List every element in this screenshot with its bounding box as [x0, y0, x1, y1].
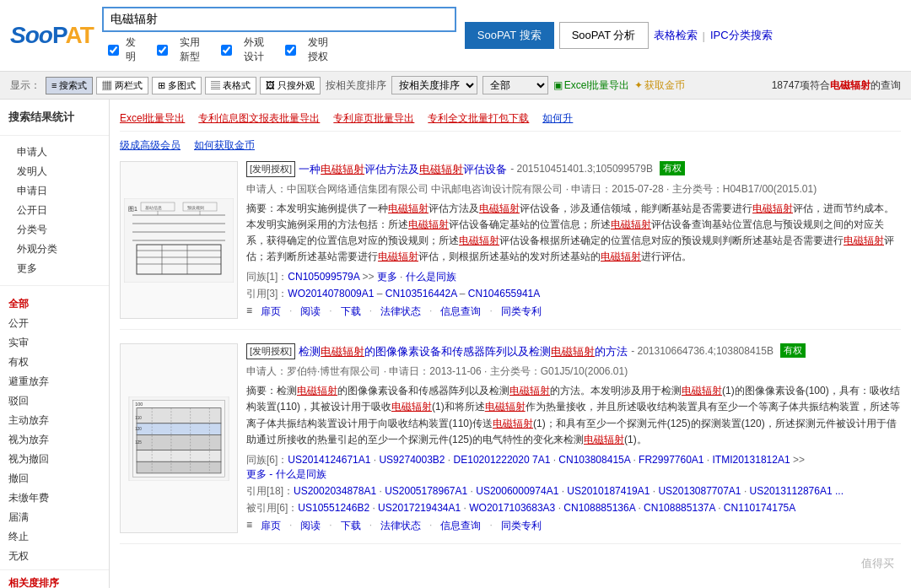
cite-1-2[interactable]: CN103516442A — [385, 288, 457, 299]
option-invention[interactable]: 发明 — [104, 35, 137, 64]
toolbar: 显示： ≡ 搜索式 ▦ 两栏式 ⊞ 多图式 ▤ 表格式 🖼 只搜外观 按相关度排… — [0, 72, 911, 100]
display-search-mode[interactable]: ≡ 搜索式 — [46, 77, 93, 94]
cite-2-5[interactable]: US2013087707A1 — [658, 485, 741, 497]
table-search-link[interactable]: 表格检索 — [654, 28, 698, 43]
patent-action-similar-1[interactable]: 同类专利 — [501, 305, 542, 319]
family-2-3[interactable]: DE10201222020 7A1 — [454, 454, 551, 466]
family-link-1-1[interactable]: CN105099579A — [288, 271, 359, 283]
howto-upgrade-link[interactable]: 如何升 — [542, 111, 573, 126]
patent-action-info-1[interactable]: 信息查询 — [440, 305, 481, 319]
sidebar-item-applicant[interactable]: 申请人 — [8, 143, 100, 162]
sidebar-item-more[interactable]: 更多 — [8, 259, 100, 278]
patent-action-legal-2[interactable]: 法律状态 — [380, 519, 421, 533]
cited-2-4[interactable]: CN108885136A — [563, 502, 635, 514]
family-2-2[interactable]: US9274003B2 — [379, 454, 445, 466]
soopat-search-button[interactable]: SooPAT 搜索 — [465, 22, 554, 49]
sidebar-status-terminated[interactable]: 终止 — [0, 527, 109, 547]
sidebar-status-review[interactable]: 实审 — [0, 333, 109, 353]
sidebar-stats-section: 搜索结果统计 — [0, 106, 109, 132]
family-2-6[interactable]: ITMI20131812A1 — [713, 454, 790, 466]
patent-type-2: [发明授权] — [246, 343, 295, 359]
sidebar-item-pubdate[interactable]: 公开日 — [8, 201, 100, 220]
cited-2-6[interactable]: CN110174175A — [724, 502, 795, 514]
svg-rect-24 — [137, 461, 221, 473]
sidebar-status-all[interactable]: 全部 — [0, 294, 109, 314]
option-granted[interactable]: 发明授权 — [276, 35, 330, 64]
svg-text:基站信息: 基站信息 — [145, 205, 162, 210]
patent-result-1: 图1 基站信息 预设规则 [发明授权] 一种电磁辐射评估方法及电磁辐射评估设备 … — [120, 161, 901, 330]
display-multi-image[interactable]: ⊞ 多图式 — [152, 77, 202, 94]
patent-body-1: [发明授权] 一种电磁辐射评估方法及电磁辐射评估设备 - 20151045140… — [246, 161, 901, 319]
sidebar-status-withdraw[interactable]: 撤回 — [0, 469, 109, 488]
cited-2-2[interactable]: US2017219434A1 — [378, 502, 461, 514]
patent-action-download-2[interactable]: 下载 — [341, 519, 361, 533]
upgrade-vip-link[interactable]: 级成高级会员 — [120, 138, 181, 153]
fulltext-export-link[interactable]: 专利全文批量打包下载 — [428, 111, 529, 126]
sidebar-status-deemed-abandon[interactable]: 视为放弃 — [0, 430, 109, 450]
ipc-search-link[interactable]: IPC分类搜索 — [710, 28, 773, 43]
display-two-col[interactable]: ▦ 两栏式 — [96, 77, 148, 94]
sidebar-status-active-abandon[interactable]: 主动放弃 — [0, 411, 109, 430]
patent-action-info-2[interactable]: 信息查询 — [440, 519, 481, 533]
svg-rect-22 — [137, 434, 221, 450]
sidebar-status-expired[interactable]: 届满 — [0, 508, 109, 527]
patent-action-read-2[interactable]: 阅读 — [300, 519, 321, 533]
cite-2-2[interactable]: US2005178967A1 — [385, 485, 467, 497]
sidebar-item-design[interactable]: 外观分类 — [8, 240, 100, 259]
family-2-4[interactable]: CN103808415A — [558, 454, 630, 466]
family-2-1[interactable]: US2014124671A1 — [288, 454, 370, 466]
patent-action-read-1[interactable]: 阅读 — [300, 305, 321, 319]
sidebar-item-classno[interactable]: 分类号 — [8, 220, 100, 240]
scope-select[interactable]: 全部 标题 摘要 权利要求 — [482, 76, 548, 94]
sidebar-status-deemed-withdraw[interactable]: 视为撤回 — [0, 450, 109, 469]
sort-select[interactable]: 按相关度排序 按时间排序 按引用排序 — [391, 76, 477, 94]
svg-text:110: 110 — [135, 416, 142, 420]
gold-coins-btn[interactable]: ✦ 获取金币 — [634, 78, 685, 93]
soopat-analysis-button[interactable]: SooPAT 分析 — [559, 22, 649, 49]
patent-action-cover-2[interactable]: 扉页 — [261, 519, 281, 533]
patent-action-legal-1[interactable]: 法律状态 — [380, 305, 421, 319]
display-design-only[interactable]: 🖼 只搜外观 — [260, 77, 321, 94]
patent-cite-1: 引用[3]：WO2014078009A1 – CN103516442A – CN… — [246, 287, 901, 301]
patent-title-link-1[interactable]: 一种电磁辐射评估方法及电磁辐射评估设备 — [299, 161, 507, 178]
option-design[interactable]: 外观设计 — [212, 35, 266, 64]
sidebar-status-unpaid[interactable]: 未缴年费 — [0, 488, 109, 508]
sidebar-status-avoid[interactable]: 避重放弃 — [0, 372, 109, 391]
cite-2-6[interactable]: US2013112876A1 ... — [750, 485, 844, 497]
cite-2-3[interactable]: US2006000974A1 — [476, 485, 558, 497]
patent-action-download-1[interactable]: 下载 — [341, 305, 361, 319]
svg-text:图1: 图1 — [128, 206, 137, 212]
family-more-1[interactable]: 更多 — [377, 271, 397, 283]
sidebar-status-valid[interactable]: 有权 — [0, 353, 109, 372]
sidebar-status-open[interactable]: 公开 — [0, 314, 109, 333]
patent-action-cover-1[interactable]: 扉页 — [261, 305, 281, 319]
report-export-link[interactable]: 专利信息图文报表批量导出 — [198, 111, 320, 126]
get-coins-link[interactable]: 如何获取金币 — [194, 138, 255, 153]
excel-export-link[interactable]: Excel批量导出 — [120, 111, 185, 126]
option-utility[interactable]: 实用新型 — [148, 35, 202, 64]
cite-1-1[interactable]: WO2014078009A1 — [288, 288, 374, 299]
family-what-1[interactable]: 什么是同族 — [406, 271, 456, 283]
page-export-link[interactable]: 专利扉页批量导出 — [333, 111, 414, 126]
cite-1-3[interactable]: CN104655941A — [468, 288, 540, 299]
action-row2: 级成高级会员 如何获取金币 — [120, 138, 901, 153]
patent-title-link-2[interactable]: 检测电磁辐射的图像像素设备和传感器阵列以及检测电磁辐射的方法 — [299, 343, 628, 360]
cite-2-4[interactable]: US2010187419A1 — [567, 485, 650, 497]
family-more-2[interactable]: 更多 - 什么是同族 — [246, 468, 326, 480]
cited-2-1[interactable]: US10551246B2 — [298, 502, 369, 514]
excel-export-toolbar[interactable]: ▣ Excel批量导出 — [553, 78, 629, 93]
sidebar-sort-relevance[interactable]: 相关度排序 — [0, 574, 109, 588]
sidebar-status-rejected[interactable]: 驳回 — [0, 391, 109, 411]
sidebar-status-invalid[interactable]: 无权 — [0, 547, 109, 566]
family-2-5[interactable]: FR2997760A1 — [639, 454, 703, 466]
patent-family-1: 同族[1]：CN105099579A >> 更多 · 什么是同族 — [246, 270, 901, 284]
patent-action-similar-2[interactable]: 同类专利 — [501, 519, 542, 533]
search-input[interactable]: 电磁辐射 — [102, 7, 456, 32]
sidebar-item-inventor[interactable]: 发明人 — [8, 162, 100, 181]
cited-2-5[interactable]: CN108885137A — [644, 502, 715, 514]
cite-2-1[interactable]: US2002034878A1 — [294, 485, 376, 497]
cited-2-3[interactable]: WO2017103683A3 — [469, 502, 555, 514]
display-table[interactable]: ▤ 表格式 — [205, 77, 256, 94]
sidebar-item-appdate[interactable]: 申请日 — [8, 181, 100, 201]
patent-thumb-1: 图1 基站信息 预设规则 — [120, 161, 238, 319]
